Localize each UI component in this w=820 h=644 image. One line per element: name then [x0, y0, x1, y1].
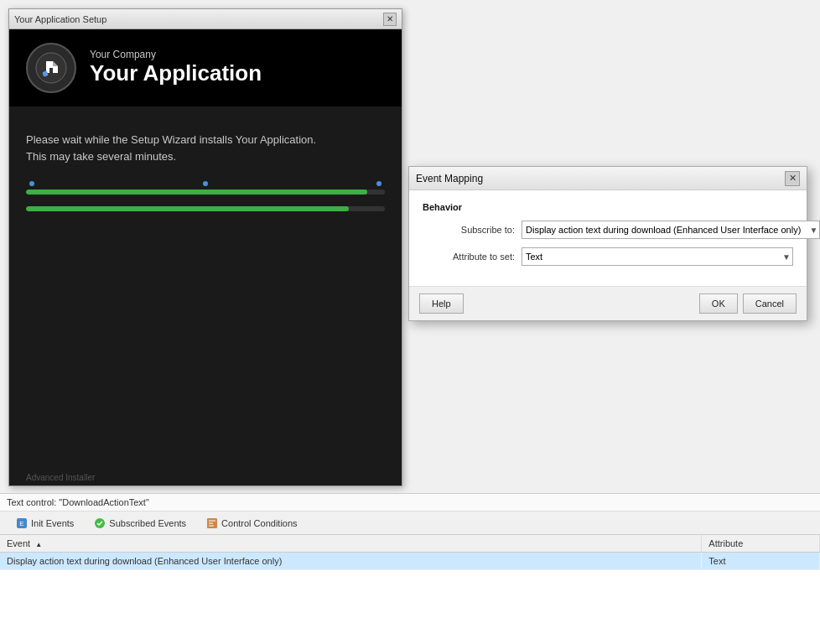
events-table-wrapper: Event ▲ Attribute Display action text du… — [0, 535, 820, 570]
setup-body: Please wait while the Setup Wizard insta… — [9, 106, 402, 470]
dialog-title: Event Mapping — [416, 173, 483, 184]
attribute-label: Attribute to set: — [423, 252, 515, 262]
setup-footer: Advanced Installer — [9, 470, 402, 486]
progress-row-1 — [26, 181, 385, 195]
tab-subscribed-label: Subscribed Events — [109, 518, 186, 528]
attribute-select[interactable]: Text — [522, 247, 793, 266]
tab-control-conditions[interactable]: Control Conditions — [197, 512, 307, 534]
subscribe-select[interactable]: Display action text during download (Enh… — [522, 221, 820, 239]
control-info-bar: Text control: "DownloadActionText" — [0, 494, 820, 512]
setup-description: Please wait while the Setup Wizard insta… — [26, 132, 385, 164]
company-name: Your Company — [90, 49, 262, 60]
dialog-body: Behavior Subscribe to: Display action te… — [409, 190, 807, 287]
events-table: Event ▲ Attribute Display action text du… — [0, 535, 820, 570]
dialog-titlebar: Event Mapping ✕ — [409, 167, 807, 190]
app-name: Your Application — [90, 60, 262, 86]
subscribed-events-icon — [94, 517, 106, 529]
setup-header: Your Company Your Application — [9, 29, 402, 106]
tab-subscribed-events[interactable]: Subscribed Events — [85, 512, 195, 534]
progress-section — [26, 181, 385, 211]
progress-fill-1 — [26, 190, 367, 195]
control-info-text: Text control: "DownloadActionText" — [7, 497, 149, 507]
help-button[interactable]: Help — [419, 293, 464, 314]
event-mapping-dialog: Event Mapping ✕ Behavior Subscribe to: D… — [408, 166, 807, 321]
subscribe-label: Subscribe to: — [423, 225, 515, 235]
setup-close-button[interactable]: ✕ — [383, 13, 397, 26]
tab-init-label: Init Events — [31, 518, 74, 528]
setup-header-text: Your Company Your Application — [90, 49, 262, 86]
dot-right — [376, 181, 381, 186]
dot-mid — [203, 181, 208, 186]
attribute-field: Attribute to set: Text ▼ — [423, 247, 793, 266]
progress-track-2 — [26, 206, 385, 211]
cancel-button[interactable]: Cancel — [743, 293, 797, 314]
bottom-tabs: E Init Events Subscribed Events Control … — [0, 512, 820, 535]
event-cell: Display action text during download (Enh… — [0, 553, 702, 570]
ok-button[interactable]: OK — [699, 293, 738, 314]
progress-track-1 — [26, 190, 385, 195]
setup-titlebar: Your Application Setup ✕ — [9, 9, 402, 29]
bottom-panel: Text control: "DownloadActionText" E Ini… — [0, 493, 820, 644]
tab-conditions-label: Control Conditions — [221, 518, 298, 528]
dialog-close-button[interactable]: ✕ — [785, 171, 800, 186]
behavior-section-title: Behavior — [423, 202, 793, 212]
progress-fill-2 — [26, 206, 349, 211]
subscribe-field: Subscribe to: Display action text during… — [423, 221, 793, 239]
col-event: Event ▲ — [0, 535, 702, 553]
logo-icon — [34, 51, 68, 85]
tab-init-events[interactable]: E Init Events — [7, 512, 83, 534]
col-attribute: Attribute — [702, 535, 820, 553]
table-header: Event ▲ Attribute — [0, 535, 820, 553]
attribute-select-wrapper[interactable]: Text ▼ — [522, 247, 793, 266]
setup-wizard-window: Your Application Setup ✕ Your Company Yo… — [8, 8, 402, 486]
table-row[interactable]: Display action text during download (Enh… — [0, 553, 820, 570]
ok-cancel-group: OK Cancel — [699, 293, 797, 314]
control-conditions-icon — [206, 517, 218, 529]
dot-left — [29, 181, 34, 186]
event-sort-arrow: ▲ — [35, 541, 42, 548]
svg-text:E: E — [19, 520, 23, 527]
setup-window-title: Your Application Setup — [14, 14, 106, 24]
subscribe-select-wrapper[interactable]: Display action text during download (Enh… — [522, 221, 820, 239]
attribute-cell: Text — [702, 553, 820, 570]
table-body: Display action text during download (Enh… — [0, 553, 820, 570]
progress-row-2 — [26, 206, 385, 211]
init-events-icon: E — [16, 517, 28, 529]
dialog-footer: Help OK Cancel — [409, 287, 807, 320]
setup-logo — [26, 43, 76, 93]
progress-dots-1 — [26, 181, 385, 186]
setup-content: Your Company Your Application Please wai… — [9, 29, 402, 486]
